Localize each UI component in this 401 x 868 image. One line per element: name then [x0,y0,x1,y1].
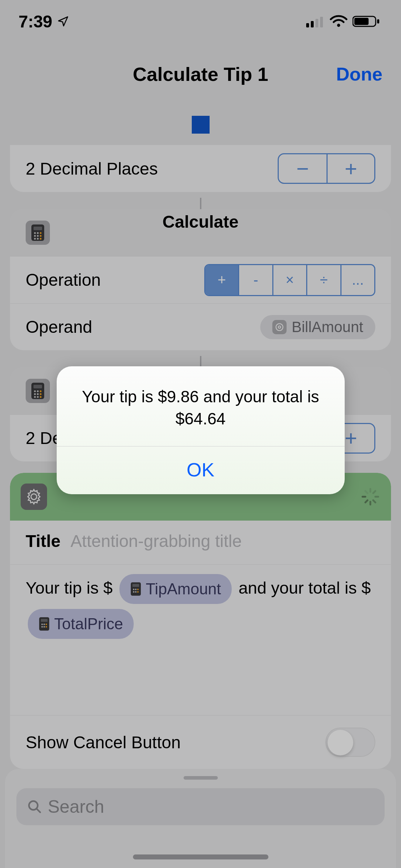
alert-dialog: Your tip is $9.86 and your total is $64.… [57,366,345,494]
home-indicator[interactable] [133,854,268,859]
alert-ok-button[interactable]: OK [57,446,345,494]
alert-message: Your tip is $9.86 and your total is $64.… [57,366,345,446]
